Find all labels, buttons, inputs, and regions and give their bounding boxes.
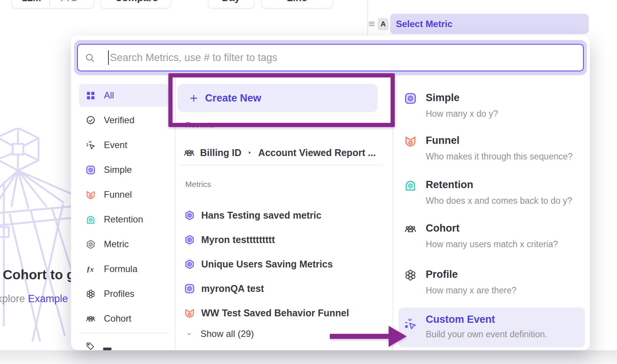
profiles-icon: [404, 269, 417, 282]
drag-handle-icon[interactable]: [368, 20, 376, 28]
sidebar-divider: [79, 333, 170, 333]
sidebar-item-simple[interactable]: Simple: [79, 158, 168, 181]
recents-metrics-divider: [178, 165, 383, 166]
sidebar-item-retention[interactable]: Retention: [79, 208, 168, 231]
chevron-down-icon: [186, 330, 193, 338]
simple-icon: [86, 165, 96, 175]
text-caret: [108, 50, 109, 65]
saved-metric-item[interactable]: Myron testtttttttt: [184, 231, 275, 248]
chart-type-button[interactable]: Line: [261, 0, 333, 8]
compare-button[interactable]: Compare: [100, 0, 171, 8]
annotation-arrow-icon: [328, 324, 409, 350]
cohort-icon: [86, 314, 96, 324]
custom-event-option[interactable]: Custom Event Build your own event defini…: [399, 308, 585, 347]
tag-icon: [86, 341, 95, 350]
metric-purple-icon: [184, 234, 195, 245]
grid-icon: [86, 90, 96, 101]
verified-icon: [86, 115, 96, 126]
search-icon: [85, 53, 95, 63]
empty-state-subtext: xplore Example R: [0, 293, 78, 305]
date-range-segmented-control[interactable]: 12M YTD: [11, 0, 94, 8]
search-field[interactable]: [77, 44, 584, 71]
sidebar-item-event[interactable]: Event: [79, 134, 168, 156]
caret-right-icon: [247, 150, 252, 155]
metric-icon: [86, 239, 96, 250]
range-ytd-button[interactable]: YTD: [58, 0, 78, 4]
saved-metric-item[interactable]: Hans Testing saved metric: [184, 207, 321, 224]
simple-icon: [404, 92, 417, 105]
sidebar-item-partial[interactable]: [86, 341, 111, 350]
metric-type-cohort[interactable]: Cohort How many users match x criteria?: [404, 222, 558, 250]
metric-type-funnel[interactable]: Funnel Who makes it through this sequenc…: [404, 135, 573, 162]
search-input[interactable]: [110, 46, 583, 69]
event-icon: [86, 140, 96, 150]
metric-type-simple[interactable]: Simple How many x do y?: [404, 92, 498, 119]
sidebar-item-all[interactable]: All: [79, 84, 168, 107]
segment-divider: [49, 0, 50, 6]
empty-state-headline: r Cohort to ge: [0, 267, 82, 282]
metric-purple-icon: [184, 259, 195, 270]
formula-icon: ƒx: [86, 264, 96, 274]
sidebar-item-profiles[interactable]: Profiles: [79, 282, 168, 305]
interval-button[interactable]: Day: [208, 0, 255, 8]
cohort-icon: [183, 147, 195, 159]
select-metric-label: Select Metric: [396, 19, 452, 29]
saved-metric-item[interactable]: WW Test Saved Behavior Funnel: [184, 304, 349, 321]
metric-picker-screen: { "toolbar": { "range_12m": "12M", "rang…: [0, 0, 617, 364]
metric-purple-icon: [184, 210, 195, 221]
background-wireframe-art: [0, 128, 78, 357]
recent-item-secondary: Account Viewed Report ...: [258, 147, 376, 158]
recent-item-primary: Billing ID: [200, 147, 241, 158]
sidebar-item-cohort[interactable]: Cohort: [79, 307, 168, 330]
select-metric-button[interactable]: Select Metric: [390, 14, 589, 34]
sidebar-item-metric[interactable]: Metric: [79, 233, 168, 256]
svg-text:ƒx: ƒx: [87, 265, 94, 273]
retention-icon: [404, 179, 417, 192]
funnel-icon: [86, 190, 96, 200]
recent-item-billing-id[interactable]: Billing ID Account Viewed Report ...: [183, 144, 376, 161]
annotation-highlight-box: [168, 73, 395, 127]
profiles-icon: [86, 289, 96, 299]
funnel-icon: [184, 308, 195, 319]
line-chart-icon: [270, 0, 280, 1]
background-footer-band: [0, 350, 617, 364]
clipped-label-fragment: [103, 348, 111, 350]
custom-event-description: Build your own event definition.: [426, 329, 547, 340]
sidebar-item-verified[interactable]: Verified: [79, 109, 168, 132]
show-all-button[interactable]: Show all (29): [186, 329, 254, 339]
funnel-icon: [404, 135, 417, 148]
simple-icon: [184, 283, 195, 294]
retention-icon: [86, 214, 96, 225]
saved-metric-item[interactable]: myronQA test: [184, 280, 264, 297]
sidebar-item-formula[interactable]: ƒx Formula: [79, 258, 168, 280]
custom-event-title: Custom Event: [426, 314, 495, 325]
sidebar-item-funnel[interactable]: Funnel: [79, 183, 168, 206]
cohort-icon: [404, 222, 417, 235]
metric-type-retention[interactable]: Retention Who does x and comes back to d…: [404, 179, 572, 206]
chevron-down-icon: [81, 0, 87, 2]
saved-metric-item[interactable]: Unique Users Saving Metrics: [184, 256, 333, 272]
metric-type-profile[interactable]: Profile How many x are there?: [404, 269, 517, 296]
metrics-section-label: Metrics: [185, 180, 211, 189]
range-12m-button[interactable]: 12M: [22, 0, 41, 4]
query-row-badge: A: [378, 18, 389, 30]
